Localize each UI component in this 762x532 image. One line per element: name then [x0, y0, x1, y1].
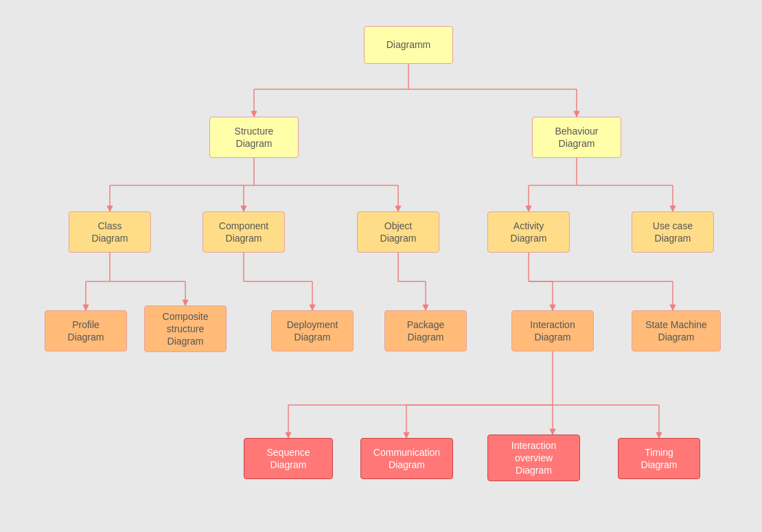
- svg-marker-10: [107, 206, 113, 211]
- node-deployment: DeploymentDiagram: [271, 310, 354, 351]
- svg-marker-12: [241, 206, 246, 211]
- svg-marker-51: [404, 432, 409, 438]
- svg-marker-6: [574, 111, 579, 117]
- node-timing: TimingDiagram: [618, 438, 700, 479]
- svg-marker-3: [251, 111, 257, 117]
- node-class: ClassDiagram: [69, 211, 151, 253]
- svg-marker-22: [670, 206, 676, 211]
- svg-marker-33: [310, 305, 315, 310]
- node-diagramm: Diagramm: [364, 26, 453, 64]
- node-usecase: Use caseDiagram: [632, 211, 714, 253]
- svg-marker-56: [656, 432, 662, 438]
- node-interactionoverview: InteractionoverviewDiagram: [487, 435, 580, 481]
- node-composite: CompositestructureDiagram: [144, 305, 227, 352]
- node-package: PackageDiagram: [384, 310, 467, 351]
- svg-marker-15: [395, 206, 401, 211]
- node-statemachine: State MachineDiagram: [632, 310, 721, 351]
- svg-marker-48: [286, 432, 291, 438]
- node-communication: CommunicationDiagram: [360, 438, 453, 479]
- node-object: ObjectDiagram: [357, 211, 439, 253]
- svg-marker-44: [670, 305, 676, 310]
- svg-marker-37: [423, 305, 428, 310]
- diagram-container: Diagramm StructureDiagram BehaviourDiagr…: [0, 0, 762, 532]
- svg-marker-19: [526, 206, 531, 211]
- svg-marker-41: [550, 305, 555, 310]
- node-structure: StructureDiagram: [209, 117, 299, 158]
- node-behaviour: BehaviourDiagram: [532, 117, 621, 158]
- svg-marker-29: [183, 300, 188, 305]
- node-sequence: SequenceDiagram: [244, 438, 333, 479]
- svg-marker-26: [83, 305, 89, 310]
- node-profile: ProfileDiagram: [45, 310, 127, 351]
- node-activity: ActivityDiagram: [487, 211, 570, 253]
- node-component: ComponentDiagram: [203, 211, 285, 253]
- node-interaction: InteractionDiagram: [511, 310, 594, 351]
- svg-marker-53: [550, 429, 555, 435]
